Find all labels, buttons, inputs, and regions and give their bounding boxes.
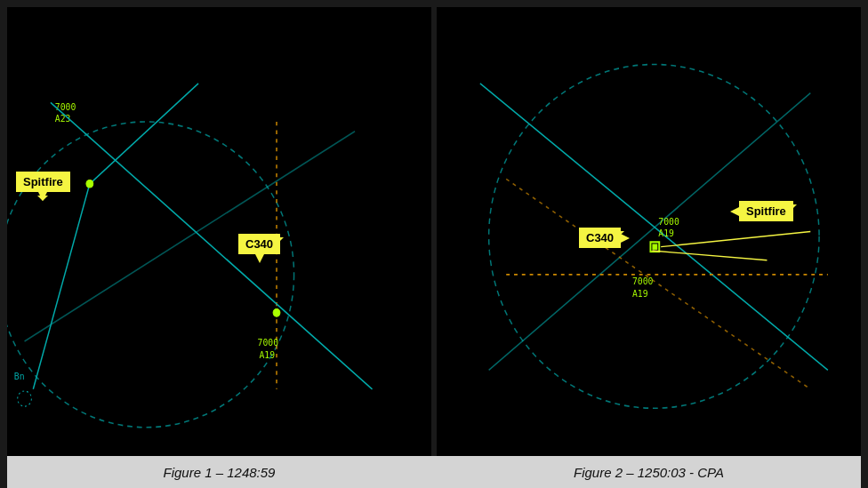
caption-2: Figure 2 – 1250:03 - CPA: [437, 456, 861, 488]
svg-text:7000: 7000: [258, 337, 279, 348]
svg-point-3: [86, 180, 93, 188]
svg-point-13: [18, 391, 32, 406]
svg-point-0: [7, 122, 294, 428]
svg-line-15: [480, 84, 828, 370]
svg-line-26: [661, 232, 810, 247]
captions-row: Figure 1 – 1248:59 Figure 2 – 1250:03 - …: [7, 456, 861, 488]
panel2-svg: 7000 A19 7000 A19: [437, 7, 861, 456]
panel-2: 7000 A19 7000 A19 Spitfire C340: [437, 7, 861, 456]
panel-1: 7000 A23 7000 A19 Bn Spitfire: [7, 7, 431, 456]
svg-line-10: [51, 102, 373, 388]
svg-line-2: [90, 84, 198, 184]
svg-point-14: [489, 64, 819, 408]
c340-label-2: C340: [579, 228, 621, 248]
svg-text:A19: A19: [658, 227, 674, 238]
svg-text:7000: 7000: [55, 101, 76, 113]
svg-point-7: [273, 309, 280, 317]
svg-line-27: [652, 251, 767, 260]
main-container: 7000 A23 7000 A19 Bn Spitfire: [0, 0, 868, 488]
c340-label-1: C340: [238, 234, 280, 254]
svg-line-16: [489, 93, 811, 371]
svg-line-11: [25, 132, 355, 341]
panels-row: 7000 A23 7000 A19 Bn Spitfire: [7, 7, 861, 456]
caption-1: Figure 1 – 1248:59: [7, 456, 431, 488]
spitfire-label-1: Spitfire: [16, 172, 70, 192]
svg-text:7000: 7000: [658, 216, 679, 228]
spitfire-label-2: Spitfire: [739, 201, 793, 221]
svg-text:Bn: Bn: [14, 371, 25, 382]
panel1-svg: 7000 A23 7000 A19 Bn: [7, 7, 431, 456]
svg-line-1: [33, 184, 90, 389]
svg-text:7000: 7000: [632, 275, 654, 286]
svg-text:A19: A19: [632, 287, 648, 299]
svg-text:A19: A19: [259, 349, 275, 361]
